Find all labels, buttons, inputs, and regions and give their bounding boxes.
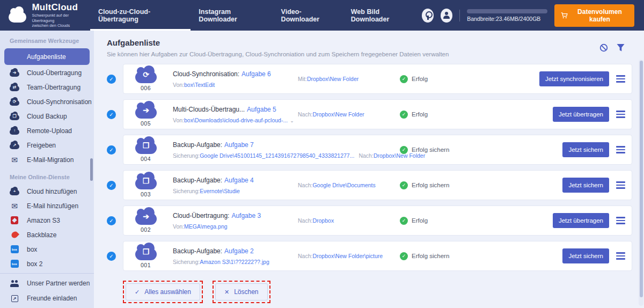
task-action-button[interactable]: Jetzt sichern (562, 178, 609, 193)
sidebar-item-aufgabenliste[interactable]: Aufgabenliste (4, 48, 90, 65)
source-path-link[interactable]: Amazon S3\1\??2222??.jpg (200, 259, 269, 265)
dest-path-link[interactable]: Google Drive\Documents (312, 182, 375, 188)
success-icon: ✓ (400, 181, 408, 189)
task-number: 005 (141, 120, 151, 127)
close-icon: ✕ (224, 289, 229, 296)
filter-icon[interactable] (617, 43, 625, 52)
sidebar-item-partner-werden[interactable]: Unser Partner werden (0, 276, 94, 291)
sidebar: Gemeinsame Werkzeuge Aufgabenliste ➔ Clo… (0, 31, 94, 308)
success-icon: ✓ (400, 252, 408, 260)
main-content: Aufgabenliste Sie können hier Aufgaben z… (94, 31, 644, 308)
task-title: Backup-Aufgabe: (173, 177, 222, 184)
logo[interactable]: MultCloud Schwerpunkt auf der Übertragun… (0, 0, 88, 31)
task-title: Cloud-Synchronisation: (173, 70, 239, 78)
task-row: ✓ ⟳ 006 Cloud-Synchronisation:Aufgabe 6 … (107, 64, 632, 94)
grid-icon (10, 53, 19, 61)
expand-chevron-icon[interactable]: ⌄ (290, 118, 294, 123)
task-card: ⟳ 006 Cloud-Synchronisation:Aufgabe 6 Vo… (123, 64, 632, 94)
task-name-link[interactable]: Aufgabe 7 (224, 141, 254, 149)
source-path-link[interactable]: MEGA\mega.png (184, 223, 228, 230)
sidebar-scrollbar[interactable] (90, 158, 93, 181)
task-name-link[interactable]: Aufgabe 4 (224, 177, 254, 184)
row-select-check[interactable]: ✓ (107, 181, 116, 190)
task-name-link[interactable]: Aufgabe 5 (247, 106, 276, 113)
task-action-button[interactable]: Jetzt übertragen (553, 107, 609, 122)
sidebar-item-box-2[interactable]: box box 2 (0, 256, 94, 271)
sidebar-item-cloud-uebertragung[interactable]: ➔ Cloud-Übertragung (0, 65, 94, 80)
page-title: Aufgabenliste (107, 38, 449, 47)
select-all-button[interactable]: ✓ Alles auswählen (126, 283, 200, 300)
row-select-check[interactable]: ✓ (107, 252, 116, 261)
sidebar-item-team-uebertragung[interactable]: ⇄ Team-Übertragung (0, 80, 94, 94)
task-row: ✓ ❐ 001 Backup-Aufgabe:Aufgabe 2 Sicheru… (107, 241, 632, 271)
task-number: 002 (141, 226, 151, 233)
dest-path-link[interactable]: Dropbox\New Folder (307, 76, 358, 82)
success-icon: ✓ (400, 217, 408, 225)
sidebar-item-cloud-synchronisation[interactable]: ⟳ Cloud-Synchronisation (0, 94, 94, 109)
row-select-check[interactable]: ✓ (107, 145, 116, 155)
email-migration-icon: ✉ (10, 156, 19, 164)
dest-path-link[interactable]: Dropbox\New Folder\picture (312, 253, 383, 259)
row-menu-icon[interactable] (616, 74, 625, 84)
task-action-button[interactable]: Jetzt sichern (562, 248, 609, 263)
task-title: Backup-Aufgabe: (173, 141, 222, 149)
source-path-link[interactable]: Evernote\Studie (200, 188, 240, 194)
section-title-tools: Gemeinsame Werkzeuge (0, 31, 94, 48)
key-button[interactable] (422, 9, 434, 23)
task-row: ✓ ❐ 003 Backup-Aufgabe:Aufgabe 4 Sicheru… (107, 170, 632, 200)
cloud-upload-icon: ↑ (10, 127, 19, 135)
row-select-check[interactable]: ✓ (107, 110, 116, 119)
select-all-annotation: ✓ Alles auswählen (123, 281, 203, 303)
task-number: 001 (141, 262, 151, 268)
account-button[interactable] (441, 9, 452, 23)
backup-task-icon: ❐ (135, 178, 157, 189)
task-card: ➔ 002 Cloud-Übertragung:Aufgabe 3 Von:ME… (123, 206, 632, 236)
status-text: Erfolg sichern (412, 146, 449, 153)
sidebar-item-remote-upload[interactable]: ↑ Remote-Upload (0, 123, 94, 138)
source-path-link[interactable]: box\TextEdit (184, 82, 215, 88)
task-name-link[interactable]: Aufgabe 2 (224, 247, 254, 255)
row-select-check[interactable]: ✓ (107, 216, 116, 225)
sidebar-item-backblaze[interactable]: Backblaze (0, 228, 94, 242)
sidebar-item-amazon-s3[interactable]: Amazon S3 (0, 213, 94, 228)
add-email-icon: ✉ (10, 202, 19, 210)
task-name-link[interactable]: Aufgabe 3 (231, 212, 261, 219)
task-action-button[interactable]: Jetzt synchronisieren (539, 71, 609, 86)
task-action-button[interactable]: Jetzt übertragen (553, 213, 609, 228)
dest-path-link[interactable]: Dropbox (312, 217, 334, 224)
sidebar-item-email-migration[interactable]: ✉ E-Mail-Migration (0, 152, 94, 167)
source-path-link[interactable]: Google Drive\451001145_1214391672798540_… (200, 152, 354, 159)
add-cloud-icon: + (10, 188, 19, 195)
task-name-link[interactable]: Aufgabe 6 (241, 70, 271, 78)
cart-icon (561, 12, 568, 19)
tab-instagram-downloader[interactable]: Instagram Downloader (191, 0, 273, 31)
multcloud-logo-icon (9, 12, 26, 23)
key-icon (426, 11, 430, 20)
row-menu-icon[interactable] (616, 180, 625, 190)
disable-icon[interactable] (599, 43, 608, 52)
sidebar-item-cloud-hinzufuegen[interactable]: + Cloud hinzufügen (0, 184, 94, 199)
source-path-link[interactable]: box\Downloads\icloud-drive-auf-pcloud-..… (184, 117, 288, 123)
row-menu-icon[interactable] (616, 109, 625, 120)
delete-button[interactable]: ✕ Löschen (215, 283, 268, 300)
sidebar-item-freunde-einladen[interactable]: ↗ Freunde einladen (0, 291, 94, 306)
dest-path-link[interactable]: Dropbox\New Folder (312, 111, 364, 118)
task-number: 006 (141, 85, 151, 91)
tab-cloud-zu-cloud-uebertragung[interactable]: Cloud-zu-Cloud-Übertragung (90, 0, 191, 31)
task-action-button[interactable]: Jetzt sichern (562, 142, 609, 157)
sidebar-item-box[interactable]: box box (0, 242, 94, 256)
row-select-check[interactable]: ✓ (107, 75, 116, 84)
row-menu-icon[interactable] (616, 251, 625, 261)
buy-data-button[interactable]: Datenvolumen kaufen (554, 4, 634, 27)
tab-video-downloader[interactable]: Video-Downloader (273, 0, 343, 31)
row-menu-icon[interactable] (616, 144, 625, 155)
sidebar-item-freigeben[interactable]: ↗ Freigeben (0, 138, 94, 152)
bandwidth-label: Bandbreite:23.46MB/2400GB (467, 16, 547, 22)
tab-web-bild-downloader[interactable]: Web Bild Downloader (343, 0, 422, 31)
sidebar-item-cloud-backup[interactable]: ❐ Cloud Backup (0, 109, 94, 123)
scrollbar-thumb[interactable] (640, 61, 643, 297)
sidebar-item-email-hinzufuegen[interactable]: ✉ E-Mail hinzufügen (0, 199, 94, 213)
bandwidth-progress-bar (467, 9, 547, 13)
row-menu-icon[interactable] (616, 215, 625, 226)
content-scrollbar[interactable] (639, 60, 643, 306)
